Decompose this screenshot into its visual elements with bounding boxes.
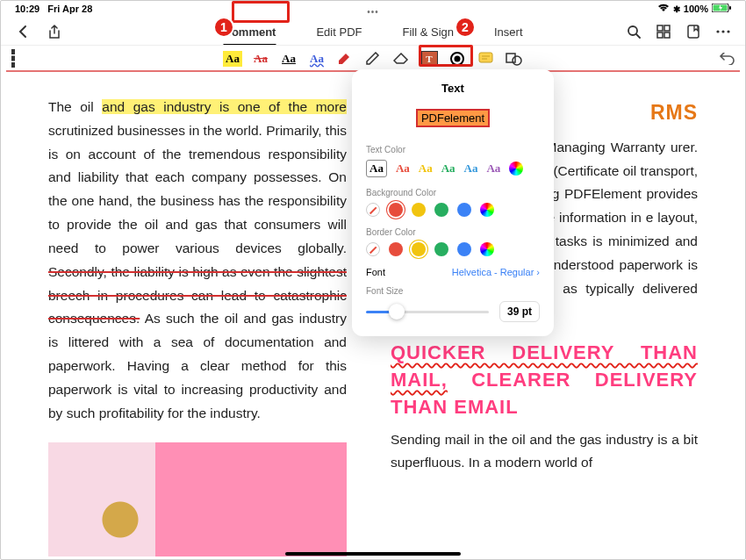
svg-rect-7 bbox=[664, 32, 670, 38]
selection-icon[interactable] bbox=[11, 49, 15, 68]
panel-title: Text bbox=[366, 82, 540, 95]
highlighted-text: and gas industry is one of the more bbox=[102, 99, 347, 114]
svg-point-11 bbox=[727, 30, 729, 32]
bg-color-yellow[interactable] bbox=[412, 203, 426, 217]
tab-edit-pdf[interactable]: Edit PDF bbox=[309, 22, 369, 42]
svg-rect-8 bbox=[688, 25, 699, 38]
font-size-value[interactable]: 39 pt bbox=[499, 301, 540, 322]
text-style-panel: Text PDFelement Text Color Aa Aa Aa Aa A… bbox=[352, 69, 554, 336]
svg-point-10 bbox=[721, 30, 724, 32]
text-sample: PDFelement bbox=[416, 109, 490, 127]
status-time: 10:29 bbox=[15, 4, 39, 14]
back-button[interactable] bbox=[15, 24, 31, 39]
border-color-custom[interactable] bbox=[480, 242, 494, 256]
text-color-black[interactable]: Aa bbox=[366, 160, 387, 177]
callout-box-2 bbox=[419, 45, 473, 67]
chevron-right-icon: › bbox=[536, 267, 540, 277]
border-color-none[interactable] bbox=[366, 242, 380, 256]
share-icon[interactable] bbox=[47, 24, 62, 39]
undo-icon[interactable] bbox=[719, 51, 735, 67]
ellipsis-icon[interactable]: ••• bbox=[367, 7, 379, 17]
label-border-color: Border Color bbox=[366, 227, 540, 237]
marker-tool[interactable] bbox=[335, 50, 355, 68]
svg-rect-2 bbox=[729, 6, 731, 10]
battery-icon bbox=[712, 4, 731, 14]
thumbnails-icon[interactable] bbox=[656, 24, 671, 39]
callout-badge-2: 2 bbox=[455, 17, 476, 38]
strikethrough-tool[interactable]: Aa bbox=[251, 50, 270, 68]
wifi-icon bbox=[657, 4, 670, 14]
more-icon[interactable] bbox=[715, 24, 731, 39]
squiggly-tool[interactable]: Aa bbox=[307, 50, 326, 68]
search-icon[interactable] bbox=[626, 24, 642, 39]
text-color-purple[interactable]: Aa bbox=[486, 162, 500, 176]
font-size-slider[interactable] bbox=[366, 311, 489, 313]
eraser-tool[interactable] bbox=[391, 50, 411, 68]
tab-fill-sign[interactable]: Fill & Sign bbox=[395, 22, 461, 42]
svg-rect-5 bbox=[664, 25, 670, 31]
border-color-red[interactable] bbox=[389, 242, 403, 256]
home-indicator[interactable] bbox=[285, 552, 461, 556]
bg-color-custom[interactable] bbox=[480, 203, 494, 217]
bluetooth-icon: ✱ bbox=[673, 4, 680, 14]
text-color-blue[interactable]: Aa bbox=[464, 162, 478, 176]
tab-insert[interactable]: Insert bbox=[487, 22, 530, 42]
document-left-column: The oil and gas industry is one of the m… bbox=[48, 96, 347, 556]
callout-box-1 bbox=[232, 1, 290, 23]
label-font-size: Font Size bbox=[366, 286, 540, 296]
bg-color-red[interactable] bbox=[389, 203, 403, 217]
callout-badge-1: 1 bbox=[213, 17, 234, 38]
note-tool[interactable] bbox=[476, 50, 495, 68]
text-color-green[interactable]: Aa bbox=[441, 162, 455, 176]
bg-color-green[interactable] bbox=[434, 203, 448, 217]
svg-rect-4 bbox=[657, 25, 663, 31]
underline-tool[interactable]: Aa bbox=[279, 50, 298, 68]
body-text: As such the oil and gas industry is litt… bbox=[48, 311, 347, 420]
battery-pct: 100% bbox=[684, 4, 708, 14]
label-text-color: Text Color bbox=[366, 145, 540, 154]
shapes-tool[interactable] bbox=[504, 50, 523, 68]
bookmark-icon[interactable] bbox=[685, 24, 701, 39]
highlight-tool[interactable]: Aa bbox=[223, 50, 242, 68]
svg-rect-6 bbox=[657, 32, 663, 38]
border-color-yellow[interactable] bbox=[412, 242, 426, 256]
text-color-red[interactable]: Aa bbox=[396, 162, 410, 176]
font-selector[interactable]: Helvetica - Regular › bbox=[452, 267, 540, 277]
text-color-yellow[interactable]: Aa bbox=[419, 162, 433, 176]
bg-color-blue[interactable] bbox=[457, 203, 471, 217]
label-font: Font bbox=[366, 267, 385, 277]
border-color-green[interactable] bbox=[434, 242, 448, 256]
status-date: Fri Apr 28 bbox=[47, 4, 92, 14]
bg-color-none[interactable] bbox=[366, 203, 380, 217]
heading-pink: QUICKER DELIVERY THAN MAIL, CLEARER DELI… bbox=[391, 340, 698, 420]
body-text: The oil bbox=[48, 99, 102, 114]
document-image bbox=[48, 442, 347, 556]
pencil-tool[interactable] bbox=[363, 50, 383, 68]
svg-rect-14 bbox=[479, 53, 492, 62]
border-color-blue[interactable] bbox=[457, 242, 471, 256]
label-bg-color: Background Color bbox=[366, 188, 540, 197]
body-text: scrutinized businesses in the world. Pri… bbox=[48, 123, 347, 255]
svg-point-16 bbox=[513, 56, 521, 65]
body-text: Sending mail in the oil and the gas indu… bbox=[391, 428, 698, 476]
text-color-custom[interactable] bbox=[509, 162, 523, 176]
svg-point-9 bbox=[716, 30, 719, 32]
